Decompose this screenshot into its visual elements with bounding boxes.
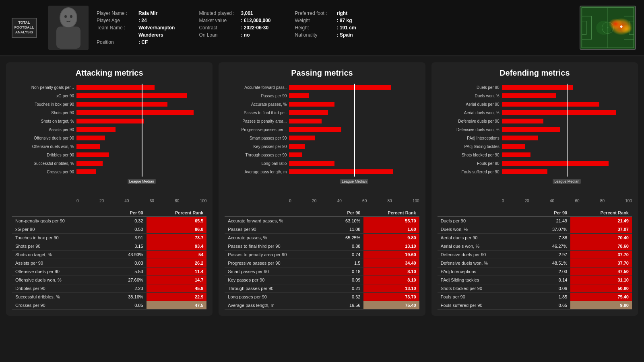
passing-title: Passing metrics [225, 68, 419, 78]
table-row: Shots per 903.1593.4 [12, 242, 206, 251]
chart-bar-row: Passes per 90 [225, 92, 419, 99]
logo-line2: FOOTBALL [14, 25, 34, 30]
table-row: Accurate passes, %65.25%9.80 [225, 234, 419, 242]
chart-bar-row: Average pass length, m [225, 168, 419, 175]
logo-area: TOTAL FOOTBALL ANALYSIS [8, 18, 40, 37]
table-row: Key passes per 900.098.10 [225, 276, 419, 284]
defending-panel: Defending metrics Duels per 90Duels won,… [431, 62, 638, 316]
header: TOTAL FOOTBALL ANALYSIS Player Name : Ra… [0, 0, 644, 56]
chart-bar-row: Non-penalty goals per .. [12, 84, 206, 91]
logo: TOTAL FOOTBALL ANALYSIS [12, 18, 37, 37]
player-age-row: Player Age : 24 [97, 18, 175, 23]
table-row: Duels won, %37.07%37.07 [438, 225, 632, 234]
player-team: Wolverhampton [138, 25, 175, 31]
table-row: Average pass length, m16.5675.40 [225, 301, 419, 310]
chart-bar-row: Aerial duels per 90 [438, 101, 632, 108]
passing-panel: Passing metrics Accurate forward pass..P… [219, 62, 425, 316]
table-row: Shots on target, %43.93%54 [12, 251, 206, 259]
chart-bar-row: Progressive passes per .. [225, 126, 419, 133]
nationality-row: Nationality : Spain [295, 32, 356, 38]
logo-line1: TOTAL [14, 21, 34, 25]
chart-bar-row: Crosses per 90 [12, 168, 206, 175]
table-row: Touches in box per 903.9173.7 [12, 234, 206, 242]
table-row: Passes to final third per 900.8813.10 [225, 242, 419, 251]
chart-bar-row: Fouls per 90 [438, 160, 632, 167]
chart-bar-row: Passes to penalty area .. [225, 117, 419, 125]
chart-bar-row: Accurate forward pass.. [225, 84, 419, 91]
chart-bar-row: Successful dribbles, % [12, 160, 206, 167]
table-row: Defensive duels won, %48.51%37.70 [438, 259, 632, 267]
table-row: Smart passes per 900.188.10 [225, 267, 419, 276]
market-value-row: Market value : €12,000,000 [199, 18, 270, 23]
chart-bar-row: xG per 90 [12, 92, 206, 99]
league-median-label: League Median [128, 179, 156, 184]
chart-bar-row: Shots blocked per 90 [438, 151, 632, 158]
table-row: Aerial duels won, %46.27%78.60 [438, 242, 632, 251]
chart-bar-row: Assists per 90 [12, 126, 206, 133]
defending-chart: Duels per 90Duels won, %Aerial duels per… [438, 84, 632, 197]
minutes-row: Minuted played : 3,061 [199, 10, 270, 16]
attacking-table: Per 90 Percent Rank Non-penalty goals pe… [12, 209, 206, 310]
table-row: PAdj Interceptions2.0347.50 [438, 267, 632, 276]
table-row: Crosses per 900.8547.5 [12, 301, 206, 310]
main-content: Attacking metrics Non-penalty goals per … [0, 56, 644, 322]
svg-rect-2 [56, 27, 80, 49]
attacking-table-header: Per 90 Percent Rank [12, 209, 206, 217]
chart-bar-row: Smart passes per 90 [225, 134, 419, 142]
table-row: Fouls per 901.8575.40 [438, 293, 632, 301]
attacking-chart: Non-penalty goals per ..xG per 90Touches… [12, 84, 206, 197]
x-axis-labels-d: 0 20 40 60 80 100 [502, 199, 632, 203]
table-row: Progressive passes per 901.534.40 [225, 259, 419, 267]
table-row: Offensive duels per 905.5311.4 [12, 267, 206, 276]
table-row: Assists per 900.0326.2 [12, 259, 206, 267]
x-axis-labels-p: 0 20 40 60 80 100 [289, 199, 419, 203]
attacking-x-axis: 0 20 40 60 80 100 [76, 197, 206, 203]
preferred-foot: right [337, 10, 348, 16]
chart-bar-row: Passes to final third pe.. [225, 109, 419, 116]
foot-row: Preferred foot : right [295, 10, 356, 16]
player-info: Player Name : Rafa Mir Player Age : 24 T… [97, 10, 572, 45]
player-height: 191 cm [340, 25, 356, 31]
chart-bar-row: Duels per 90 [438, 84, 632, 91]
table-row: Accurate forward passes, %63.10%55.70 [225, 217, 419, 225]
player-name: Rafa Mir [138, 10, 157, 16]
table-row: Passes to penalty area per 900.7419.60 [225, 251, 419, 259]
contract: 2022-06-30 [244, 25, 268, 31]
chart-bar-row: Dribbles per 90 [12, 151, 206, 158]
minutes-played: 3,061 [241, 10, 253, 16]
table-row: Aerial duels per 907.8870.40 [438, 234, 632, 242]
heatmap-svg [580, 6, 635, 49]
table-row: xG per 900.5086.8 [12, 225, 206, 234]
chart-bar-row: Touches in box per 90 [12, 101, 206, 108]
player-team-row: Team Name : Wolverhampton [97, 25, 175, 31]
defending-x-axis: 0 20 40 60 80 100 [502, 197, 632, 203]
contract-row: Contract : 2022-06-30 [199, 25, 270, 31]
player-position-row: Position : CF [97, 39, 175, 45]
attacking-title: Attacking metrics [12, 68, 206, 78]
x-axis-labels: 0 20 40 60 80 100 [76, 199, 206, 203]
table-row: PAdj Sliding tackles0.1431.10 [438, 276, 632, 284]
market-value: €12,000,000 [244, 18, 271, 23]
table-row: Successful dribbles, %38.16%22.9 [12, 293, 206, 301]
chart-bar-row: Duels won, % [438, 92, 632, 99]
chart-bar-row: Accurate passes, % [225, 101, 419, 108]
info-col-3: Preferred foot : right Weight : 87 kg He… [295, 10, 356, 45]
league-median-label: League Median [553, 179, 581, 184]
chart-bar-row: Through passes per 90 [225, 151, 419, 158]
defending-table-header: Per 90 Percent Rank [438, 209, 632, 217]
player-weight: 87 kg [340, 18, 352, 23]
chart-bar-row: PAdj Interceptions [438, 134, 632, 142]
chart-bar-row: Fouls suffered per 90 [438, 168, 632, 175]
info-col-1: Player Name : Rafa Mir Player Age : 24 T… [97, 10, 175, 45]
chart-bar-row: Offensive duels won, % [12, 143, 206, 150]
chart-bar-row: Shots per 90 [12, 109, 206, 116]
table-row: Through passes per 900.2113.10 [225, 284, 419, 293]
attacking-panel: Attacking metrics Non-penalty goals per … [6, 62, 213, 316]
table-row: Defensive duels per 902.9737.70 [438, 251, 632, 259]
player-name-row: Player Name : Rafa Mir [97, 10, 175, 16]
svg-point-3 [60, 8, 76, 27]
player-silhouette [48, 6, 89, 50]
table-row: Non-penalty goals per 900.3265.5 [12, 217, 206, 225]
chart-bar-row: Long ball ratio [225, 160, 419, 167]
passing-table-header: Per 90 Percent Rank [225, 209, 419, 217]
